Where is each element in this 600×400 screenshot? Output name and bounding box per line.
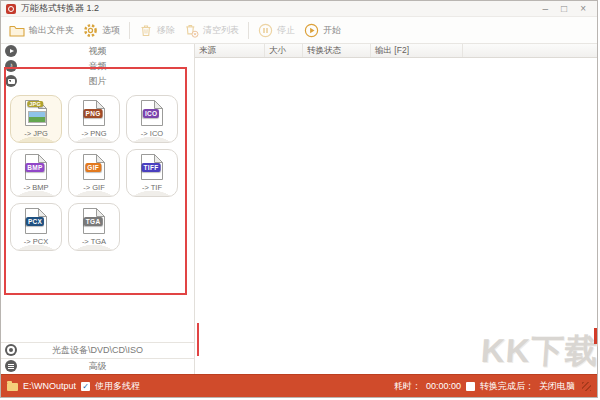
format-tag-tiff: TIFF [142, 163, 161, 172]
remove-label: 移除 [157, 24, 175, 37]
elapsed-value: 00:00:00 [426, 381, 461, 391]
video-play-icon [5, 45, 17, 57]
column-header-output[interactable]: 输出 [F2] [371, 44, 463, 57]
format-card-ico[interactable]: ICO -> ICO [126, 95, 178, 143]
file-list-panel: 来源 大小 转换状态 输出 [F2] KK下载 [195, 44, 597, 374]
format-tag-tga: TGA [84, 217, 103, 226]
minimize-button[interactable]: – [543, 4, 549, 14]
format-card-tga[interactable]: TGA -> TGA [68, 203, 120, 251]
advanced-settings-icon [5, 360, 17, 372]
image-label: 图片 [1, 75, 194, 88]
toolbar-separator [129, 22, 130, 39]
file-icon: JPG [24, 99, 48, 127]
folder-icon [9, 24, 25, 37]
format-tag-gif: GIF [85, 163, 101, 172]
multithread-label[interactable]: 使用多线程 [95, 380, 140, 393]
output-path-folder-icon [7, 383, 18, 391]
column-header-filler [463, 44, 597, 57]
window-title: 万能格式转换器 1.2 [21, 2, 99, 15]
format-tag-bmp: BMP [25, 163, 44, 172]
format-label-bmp: -> BMP [23, 183, 48, 192]
main-area: 视频 ♪ 音频 图片 JPG -> JPG [1, 44, 597, 374]
output-folder-button[interactable]: 输出文件夹 [9, 24, 74, 37]
options-button[interactable]: 选项 [83, 23, 120, 38]
toolbar: 输出文件夹 选项 移除 清空列表 停止 开始 [1, 16, 597, 44]
format-tag-png: PNG [84, 109, 103, 118]
remove-button[interactable]: 移除 [139, 23, 175, 37]
format-card-jpg[interactable]: JPG -> JPG [10, 95, 62, 143]
table-header: 来源 大小 转换状态 输出 [F2] [195, 44, 597, 58]
sidebar-item-video[interactable]: 视频 [1, 44, 194, 59]
music-note-icon: ♪ [5, 60, 17, 72]
clear-list-button[interactable]: 清空列表 [184, 23, 239, 38]
start-label: 开始 [323, 24, 341, 37]
title-bar: 万能格式转换器 1.2 – □ × [1, 1, 597, 16]
format-card-png[interactable]: PNG -> PNG [68, 95, 120, 143]
format-card-tiff[interactable]: TIFF -> TIF [126, 149, 178, 197]
advanced-label: 高级 [1, 360, 194, 373]
format-tag-jpg: JPG [27, 101, 43, 107]
file-list-empty-area[interactable] [195, 58, 597, 374]
multithread-checkbox[interactable]: ✓ [81, 382, 90, 391]
clear-list-label: 清空列表 [203, 24, 239, 37]
column-header-status[interactable]: 转换状态 [303, 44, 371, 57]
image-format-grid: JPG -> JPG PNG -> PNG ICO [1, 89, 180, 251]
elapsed-label: 耗时： [394, 380, 421, 393]
sidebar-item-image[interactable]: 图片 [1, 74, 194, 89]
format-label-ico: -> ICO [141, 129, 163, 138]
file-icon: BMP [24, 153, 48, 181]
play-icon [304, 23, 319, 38]
file-icon: PCX [24, 207, 48, 235]
picture-icon [5, 75, 17, 87]
format-card-pcx[interactable]: PCX -> PCX [10, 203, 62, 251]
resize-grip[interactable] [582, 382, 591, 391]
disc-icon [5, 344, 17, 356]
trash-icon [139, 23, 153, 37]
options-label: 选项 [102, 24, 120, 37]
file-icon: TIFF [140, 153, 164, 181]
gear-icon [83, 23, 98, 38]
column-header-source[interactable]: 来源 [195, 44, 265, 57]
audio-label: 音频 [1, 60, 194, 73]
format-card-bmp[interactable]: BMP -> BMP [10, 149, 62, 197]
format-label-pcx: -> PCX [24, 237, 48, 246]
output-path[interactable]: E:\WNOutput [23, 381, 76, 391]
stop-label: 停止 [277, 24, 295, 37]
column-header-size[interactable]: 大小 [265, 44, 303, 57]
trash-clear-icon [184, 23, 199, 38]
format-label-tga: -> TGA [82, 237, 106, 246]
file-icon: TGA [82, 207, 106, 235]
sidebar-item-audio[interactable]: ♪ 音频 [1, 59, 194, 74]
file-icon: PNG [82, 99, 106, 127]
disc-label: 光盘设备\DVD\CD\ISO [1, 344, 194, 357]
format-tag-ico: ICO [143, 109, 159, 118]
after-convert-label: 转换完成后： [480, 380, 534, 393]
close-button[interactable]: × [580, 4, 586, 14]
format-label-jpg: -> JPG [24, 129, 48, 138]
output-folder-label: 输出文件夹 [29, 24, 74, 37]
sidebar-item-advanced[interactable]: 高级 [1, 358, 194, 374]
site-watermark: KK下载 [480, 329, 600, 374]
toolbar-separator [248, 22, 249, 39]
stop-button[interactable]: 停止 [258, 23, 295, 38]
format-tag-pcx: PCX [26, 217, 44, 226]
photo-thumbnail [28, 111, 46, 123]
after-convert-value[interactable]: 关闭电脑 [539, 380, 575, 393]
status-bar: E:\WNOutput ✓ 使用多线程 耗时：00:00:00 ✓ 转换完成后：… [1, 374, 597, 397]
app-window: 万能格式转换器 1.2 – □ × 输出文件夹 选项 移除 清空列表 停止 [0, 0, 598, 398]
after-convert-checkbox[interactable]: ✓ [466, 382, 475, 391]
video-label: 视频 [1, 45, 194, 58]
pause-icon [258, 23, 273, 38]
sidebar: 视频 ♪ 音频 图片 JPG -> JPG [1, 44, 195, 374]
maximize-button[interactable]: □ [561, 4, 567, 14]
file-icon: ICO [140, 99, 164, 127]
sidebar-item-disc[interactable]: 光盘设备\DVD\CD\ISO [1, 342, 194, 358]
app-icon [6, 4, 16, 14]
annotation-line [197, 323, 199, 356]
sidebar-spacer [1, 251, 194, 342]
format-label-tiff: -> TIF [142, 183, 162, 192]
start-button[interactable]: 开始 [304, 23, 341, 38]
format-label-gif: -> GIF [83, 183, 104, 192]
watermark-red-mark [594, 328, 597, 344]
format-card-gif[interactable]: GIF -> GIF [68, 149, 120, 197]
